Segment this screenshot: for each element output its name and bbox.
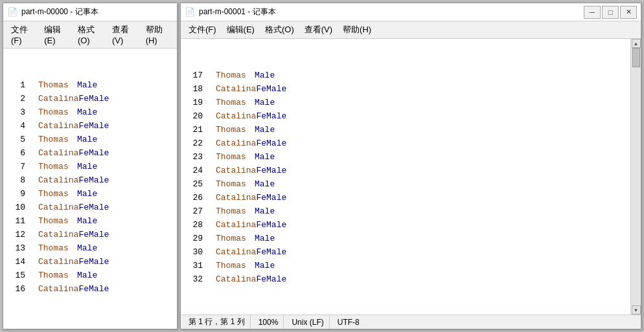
vertical-scrollbar-2[interactable]: ▲ ▼: [630, 39, 641, 315]
row-gender: Male: [255, 96, 300, 109]
table-row: 2CatalinaFeMale: [7, 92, 173, 105]
row-number: 16: [7, 282, 25, 296]
row-name: Catalina: [203, 109, 256, 123]
menu-view-1[interactable]: 查看(V): [107, 23, 141, 47]
table-row: 14CatalinaFeMale: [7, 255, 173, 269]
row-gender: Male: [77, 133, 122, 146]
window-title-2: part-m-00001 - 记事本: [199, 6, 276, 17]
row-number: 17: [185, 69, 203, 82]
minimize-button-2[interactable]: ─: [584, 6, 601, 19]
table-row: 6CatalinaFeMale: [7, 146, 173, 160]
close-button-2[interactable]: ✕: [620, 6, 637, 19]
row-name: Catalina: [203, 191, 256, 205]
scroll-down-arrow[interactable]: ▼: [632, 305, 641, 315]
row-number: 18: [185, 82, 203, 96]
table-row: 10CatalinaFeMale: [7, 201, 173, 214]
table-row: 16CatalinaFeMale: [7, 282, 173, 296]
row-name: Thomas: [25, 160, 77, 173]
window-2: 📄 part-m-00001 - 记事本 ─ □ ✕ 文件(F) 编辑(E) 格…: [180, 3, 641, 329]
row-number: 31: [185, 259, 203, 272]
row-gender: FeMale: [78, 92, 124, 105]
title-bar-1: 📄 part-m-00000 - 记事本: [3, 3, 177, 21]
menu-edit-2[interactable]: 编辑(E): [222, 23, 260, 37]
row-name: Thomas: [203, 205, 255, 218]
table-row: 1ThomasMale: [7, 78, 173, 92]
row-number: 28: [185, 218, 203, 232]
table-row: 9ThomasMale: [7, 187, 173, 201]
row-number: 4: [7, 119, 25, 133]
menu-edit-1[interactable]: 编辑(E): [39, 23, 73, 47]
row-gender: FeMale: [78, 228, 124, 241]
status-position: 第 1 行，第 1 列: [183, 315, 251, 329]
row-name: Thomas: [203, 69, 255, 82]
table-row: 23ThomasMale: [185, 150, 627, 164]
row-number: 26: [185, 191, 203, 205]
row-number: 20: [185, 109, 203, 123]
row-number: 8: [7, 173, 25, 187]
text-content-1[interactable]: 1ThomasMale2CatalinaFeMale3ThomasMale4Ca…: [3, 49, 177, 329]
row-name: Catalina: [203, 272, 256, 286]
menu-format-1[interactable]: 格式(O): [73, 23, 107, 47]
row-name: Catalina: [25, 228, 78, 241]
scroll-track[interactable]: [631, 48, 641, 305]
row-gender: Male: [77, 78, 122, 92]
table-row: 11ThomasMale: [7, 214, 173, 228]
text-content-2[interactable]: 17ThomasMale18CatalinaFeMale19ThomasMale…: [181, 39, 630, 315]
window-controls-2: ─ □ ✕: [584, 6, 637, 19]
row-number: 27: [185, 205, 203, 218]
row-gender: Male: [77, 269, 122, 282]
table-row: 4CatalinaFeMale: [7, 119, 173, 133]
menu-format-2[interactable]: 格式(O): [260, 23, 299, 37]
row-gender: FeMale: [256, 272, 301, 286]
row-gender: Male: [77, 160, 122, 173]
row-gender: Male: [77, 105, 122, 119]
menu-help-2[interactable]: 帮助(H): [338, 23, 376, 37]
row-gender: Male: [255, 177, 300, 191]
scroll-thumb[interactable]: [632, 48, 640, 67]
row-number: 13: [7, 241, 25, 255]
row-number: 7: [7, 160, 25, 173]
table-row: 3ThomasMale: [7, 105, 173, 119]
row-gender: FeMale: [256, 191, 301, 205]
menu-file-2[interactable]: 文件(F): [183, 23, 222, 37]
row-gender: FeMale: [256, 82, 301, 96]
table-row: 12CatalinaFeMale: [7, 228, 173, 241]
status-bar-2: 第 1 行，第 1 列 100% Unix (LF) UTF-8: [181, 315, 641, 329]
row-name: Thomas: [25, 269, 77, 282]
table-row: 13ThomasMale: [7, 241, 173, 255]
table-row: 5ThomasMale: [7, 133, 173, 146]
window-1: 📄 part-m-00000 - 记事本 文件(F) 编辑(E) 格式(O) 查…: [3, 3, 178, 329]
row-number: 22: [185, 137, 203, 150]
row-number: 12: [7, 228, 25, 241]
row-number: 1: [7, 78, 25, 92]
row-gender: FeMale: [256, 164, 301, 177]
table-row: 24CatalinaFeMale: [185, 164, 627, 177]
table-row: 7ThomasMale: [7, 160, 173, 173]
row-number: 21: [185, 123, 203, 137]
row-gender: FeMale: [78, 282, 124, 296]
row-name: Thomas: [25, 78, 77, 92]
row-name: Thomas: [203, 150, 255, 164]
table-row: 19ThomasMale: [185, 96, 627, 109]
menu-file-1[interactable]: 文件(F): [6, 23, 39, 47]
row-gender: Male: [255, 232, 300, 245]
table-row: 22CatalinaFeMale: [185, 137, 627, 150]
maximize-button-2[interactable]: □: [602, 6, 619, 19]
title-bar-left-1: 📄 part-m-00000 - 记事本: [7, 6, 98, 17]
status-encoding: UTF-8: [332, 315, 365, 329]
row-gender: Male: [255, 259, 300, 272]
row-name: Thomas: [203, 177, 255, 191]
row-name: Catalina: [25, 201, 78, 214]
content-area-1: 1ThomasMale2CatalinaFeMale3ThomasMale4Ca…: [3, 49, 177, 329]
row-name: Thomas: [25, 187, 77, 201]
table-row: 17ThomasMale: [185, 69, 627, 82]
window-title-1: part-m-00000 - 记事本: [21, 6, 98, 17]
table-row: 21ThomasMale: [185, 123, 627, 137]
row-number: 30: [185, 245, 203, 259]
scroll-up-arrow[interactable]: ▲: [632, 39, 641, 48]
row-name: Catalina: [25, 255, 78, 269]
row-number: 24: [185, 164, 203, 177]
menu-help-1[interactable]: 帮助(H): [141, 23, 174, 47]
menu-view-2[interactable]: 查看(V): [299, 23, 338, 37]
row-number: 3: [7, 105, 25, 119]
